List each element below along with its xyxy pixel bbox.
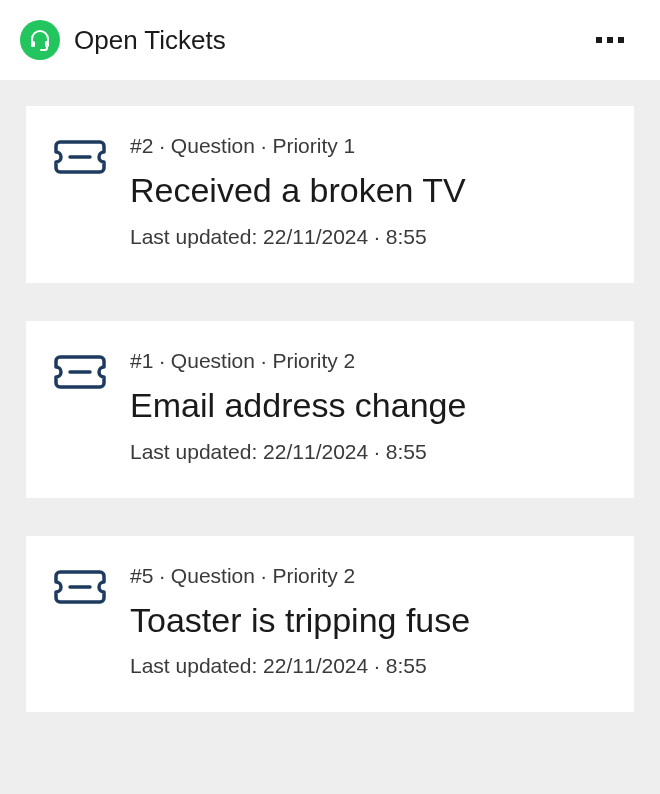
ticket-icon	[54, 349, 106, 464]
ticket-updated: Last updated: 22/11/2024 · 8:55	[130, 225, 606, 249]
ticket-title: Email address change	[130, 385, 606, 426]
app-headset-icon	[20, 20, 60, 60]
ticket-meta: #2 · Question · Priority 1	[130, 134, 606, 158]
more-options-icon[interactable]	[588, 29, 632, 51]
ticket-meta: #1 · Question · Priority 2	[130, 349, 606, 373]
ticket-body: #1 · Question · Priority 2 Email address…	[130, 349, 606, 464]
ticket-meta: #5 · Question · Priority 2	[130, 564, 606, 588]
ticket-updated: Last updated: 22/11/2024 · 8:55	[130, 440, 606, 464]
ticket-title: Received a broken TV	[130, 170, 606, 211]
ticket-icon	[54, 134, 106, 249]
ticket-body: #5 · Question · Priority 2 Toaster is tr…	[130, 564, 606, 679]
ticket-card[interactable]: #1 · Question · Priority 2 Email address…	[26, 321, 634, 498]
header-left: Open Tickets	[20, 20, 226, 60]
ticket-title: Toaster is tripping fuse	[130, 600, 606, 641]
ticket-card[interactable]: #2 · Question · Priority 1 Received a br…	[26, 106, 634, 283]
svg-rect-0	[31, 41, 35, 47]
page-title: Open Tickets	[74, 25, 226, 56]
ticket-list: #2 · Question · Priority 1 Received a br…	[0, 80, 660, 794]
ticket-updated: Last updated: 22/11/2024 · 8:55	[130, 654, 606, 678]
ticket-icon	[54, 564, 106, 679]
ticket-body: #2 · Question · Priority 1 Received a br…	[130, 134, 606, 249]
header: Open Tickets	[0, 0, 660, 80]
ticket-card[interactable]: #5 · Question · Priority 2 Toaster is tr…	[26, 536, 634, 713]
